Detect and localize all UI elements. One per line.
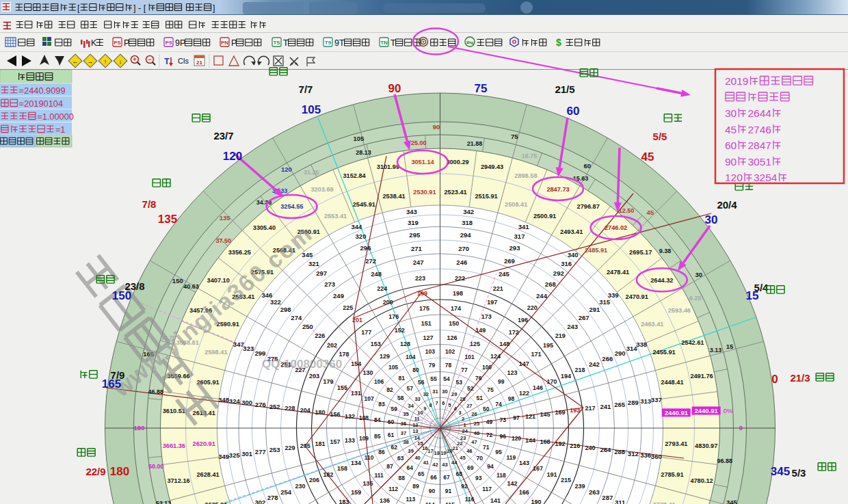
svg-text:51: 51 (476, 395, 483, 401)
svg-text:83: 83 (378, 401, 385, 408)
svg-text:349: 349 (218, 453, 229, 460)
svg-text:74: 74 (495, 401, 502, 408)
svg-text:23: 23 (460, 435, 466, 441)
svg-text:2440.91: 2440.91 (665, 409, 689, 416)
svg-text:107: 107 (365, 395, 374, 402)
svg-text:30: 30 (705, 213, 718, 226)
svg-text:2847.73: 2847.73 (546, 186, 569, 193)
svg-text:2545.91: 2545.91 (353, 201, 375, 208)
svg-text:9: 9 (423, 406, 426, 412)
svg-text:321: 321 (308, 260, 320, 267)
svg-text:96.88: 96.88 (717, 457, 733, 464)
svg-text:6.25: 6.25 (689, 295, 702, 302)
svg-text:90: 90 (429, 488, 436, 494)
svg-text:360: 360 (651, 453, 662, 460)
svg-text:104: 104 (406, 354, 415, 360)
svg-text:195: 195 (543, 342, 553, 349)
svg-text:100: 100 (482, 364, 492, 371)
svg-text:2463.41: 2463.41 (641, 321, 663, 328)
svg-text:12.50: 12.50 (619, 207, 635, 214)
svg-text:91: 91 (445, 488, 452, 494)
svg-text:342: 342 (463, 208, 474, 215)
svg-text:T: T (164, 57, 170, 66)
svg-text:319: 319 (408, 219, 419, 226)
svg-text:168: 168 (540, 438, 550, 445)
svg-text:52: 52 (467, 385, 474, 392)
svg-text:TN: TN (380, 40, 388, 46)
svg-text:3152.84: 3152.84 (343, 172, 366, 179)
svg-text:316: 316 (561, 260, 572, 267)
svg-text:291: 291 (589, 306, 600, 313)
svg-text:Cls: Cls (178, 57, 189, 65)
svg-text:2778.41: 2778.41 (652, 501, 675, 504)
svg-text:109: 109 (359, 435, 369, 442)
svg-text:2635.91: 2635.91 (204, 501, 227, 504)
svg-text:156: 156 (330, 411, 341, 418)
svg-text:2746.02: 2746.02 (605, 224, 627, 231)
svg-text:225: 225 (343, 304, 353, 311)
svg-text:46.88: 46.88 (148, 388, 164, 395)
svg-text:295: 295 (409, 231, 421, 239)
svg-text:278: 278 (267, 494, 278, 501)
svg-text:105: 105 (302, 103, 321, 116)
svg-text:]: ] (213, 3, 215, 13)
svg-text:T: T (283, 38, 289, 48)
svg-text:118: 118 (496, 472, 506, 479)
svg-text:11: 11 (414, 416, 420, 422)
svg-text:153: 153 (371, 341, 381, 347)
svg-text:15: 15 (726, 343, 734, 350)
svg-text:2847: 2847 (747, 140, 771, 151)
svg-text:111: 111 (375, 472, 384, 479)
svg-text:9.38: 9.38 (659, 248, 672, 254)
svg-text:203: 203 (309, 373, 319, 380)
svg-text:136: 136 (380, 497, 390, 504)
svg-text:34: 34 (408, 403, 414, 409)
svg-text:345: 345 (726, 499, 738, 504)
svg-text:20: 20 (447, 448, 452, 454)
svg-text:287: 287 (602, 494, 613, 501)
svg-text:171: 171 (531, 351, 541, 358)
svg-text:150: 150 (449, 320, 459, 327)
svg-text:78: 78 (445, 362, 452, 369)
svg-text:50: 50 (483, 406, 490, 412)
svg-text:60: 60 (725, 140, 737, 151)
svg-text:57: 57 (406, 385, 413, 392)
svg-text:339: 339 (608, 291, 619, 299)
svg-text:313: 313 (640, 397, 651, 405)
svg-text:180: 180 (110, 465, 129, 478)
svg-text:2695.17: 2695.17 (629, 249, 652, 256)
svg-text:344: 344 (351, 223, 362, 230)
svg-text:325: 325 (229, 451, 241, 459)
svg-text:2620.91: 2620.91 (193, 440, 215, 447)
svg-text:12: 12 (412, 422, 418, 428)
svg-text:120: 120 (512, 435, 521, 442)
svg-text:2515.91: 2515.91 (475, 193, 497, 200)
svg-text:55: 55 (430, 375, 437, 382)
svg-text:2491.76: 2491.76 (690, 373, 713, 380)
svg-text:337: 337 (651, 396, 662, 403)
svg-text:=20190104: =20190104 (19, 98, 63, 109)
svg-text:152: 152 (395, 327, 405, 334)
svg-text:122: 122 (519, 390, 529, 397)
svg-text:192: 192 (555, 440, 565, 447)
svg-text:3.13: 3.13 (710, 347, 722, 354)
svg-text:241: 241 (600, 403, 611, 410)
svg-text:170: 170 (546, 378, 557, 385)
svg-text:66: 66 (430, 474, 437, 481)
svg-text:[: [ (77, 3, 80, 13)
svg-text:37: 37 (401, 430, 406, 436)
svg-text:82: 82 (386, 386, 393, 393)
svg-text:146: 146 (533, 384, 543, 391)
svg-text:151: 151 (421, 320, 432, 327)
svg-text:243: 243 (567, 323, 578, 330)
svg-text:2542.61: 2542.61 (681, 339, 704, 346)
svg-text:45: 45 (647, 209, 654, 216)
svg-text:8: 8 (429, 402, 432, 408)
svg-text:=1.00000: =1.00000 (37, 111, 74, 122)
svg-text:90: 90 (725, 156, 737, 168)
svg-text:270: 270 (458, 245, 469, 252)
svg-text:345: 345 (302, 251, 313, 258)
svg-text:249: 249 (333, 292, 344, 300)
svg-text:120: 120 (725, 172, 743, 183)
svg-text:80: 80 (412, 367, 419, 373)
